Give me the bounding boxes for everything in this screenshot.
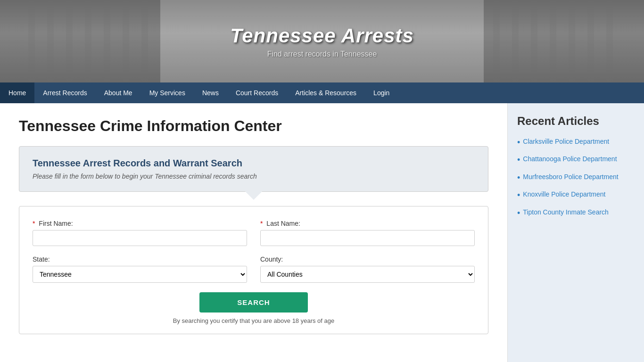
last-name-label: * Last Name: [260,220,475,227]
form-disclaimer: By searching you certify that you are ab… [33,317,475,324]
svg-rect-5 [85,0,91,82]
first-name-label: * First Name: [33,220,247,227]
svg-rect-8 [141,0,148,82]
sidebar: Recent Articles • Clarksville Police Dep… [507,103,644,362]
search-form-container: * First Name: * Last Name: State: [19,206,488,334]
svg-rect-6 [104,0,110,82]
svg-rect-11 [531,0,537,82]
svg-rect-14 [587,0,594,82]
list-item: • Tipton County Inmate Search [517,208,635,219]
svg-rect-0 [0,0,160,82]
recent-articles-list: • Clarksville Police Department • Chatta… [517,137,635,219]
nav-my-services[interactable]: My Services [141,82,194,103]
first-name-label-text: First Name: [39,220,73,227]
nav-articles-resources[interactable]: Articles & Resources [287,82,365,103]
last-name-required-star: * [260,220,263,227]
bullet-icon: • [517,208,520,219]
search-button[interactable]: SEARCH [199,292,307,313]
sidebar-link-tipton[interactable]: Tipton County Inmate Search [523,208,609,217]
site-header: Tennessee Arrests Find arrest records in… [0,0,644,82]
state-label: State: [33,255,247,263]
svg-rect-3 [47,0,54,82]
state-select[interactable]: Tennessee [33,266,247,283]
form-row-location: State: Tennessee County: All Counties [33,255,475,283]
header-content: Tennessee Arrests Find arrest records in… [230,25,414,58]
svg-rect-10 [512,0,519,82]
list-item: • Clarksville Police Department [517,137,635,148]
nav-login[interactable]: Login [365,82,398,103]
first-name-input[interactable] [33,230,247,246]
search-box-subtitle: Please fill in the form below to begin y… [33,173,475,180]
list-item: • Murfreesboro Police Department [517,173,635,183]
county-group: County: All Counties [260,255,475,283]
state-group: State: Tennessee [33,255,247,283]
last-name-group: * Last Name: [260,220,475,246]
sidebar-link-clarksville[interactable]: Clarksville Police Department [523,137,609,147]
last-name-input[interactable] [260,230,475,246]
bullet-icon: • [517,155,520,165]
county-select[interactable]: All Counties [260,266,475,283]
svg-rect-12 [550,0,556,82]
bullet-icon: • [517,173,520,183]
sidebar-link-knoxville[interactable]: Knoxville Police Department [523,190,605,199]
nav-about-me[interactable]: About Me [96,82,141,103]
content-area: Tennessee Crime Information Center Tenne… [0,103,507,362]
bullet-icon: • [517,190,520,201]
county-label: County: [260,255,475,263]
svg-rect-1 [484,0,644,82]
first-name-required-star: * [33,220,35,227]
svg-rect-7 [123,0,129,82]
sidebar-link-murfreesboro[interactable]: Murfreesboro Police Department [523,173,618,182]
list-item: • Chattanooga Police Department [517,155,635,165]
svg-rect-15 [606,0,613,82]
main-navigation: Home Arrest Records About Me My Services… [0,82,644,103]
bullet-icon: • [517,137,520,148]
form-row-names: * First Name: * Last Name: [33,220,475,246]
sidebar-title: Recent Articles [517,115,635,128]
svg-rect-4 [66,0,73,82]
last-name-label-text: Last Name: [266,220,300,227]
sidebar-link-chattanooga[interactable]: Chattanooga Police Department [523,155,617,164]
search-description-box: Tennessee Arrest Records and Warrant Sea… [19,146,488,192]
search-box-title: Tennessee Arrest Records and Warrant Sea… [33,158,475,169]
nav-news[interactable]: News [194,82,227,103]
nav-home[interactable]: Home [0,82,34,103]
list-item: • Knoxville Police Department [517,190,635,201]
main-layout: Tennessee Crime Information Center Tenne… [0,103,644,362]
nav-court-records[interactable]: Court Records [227,82,287,103]
svg-rect-2 [28,0,35,82]
svg-rect-9 [493,0,500,82]
site-subtitle: Find arrest records in Tennessee [230,50,414,58]
nav-arrest-records[interactable]: Arrest Records [34,82,95,103]
svg-rect-13 [569,0,575,82]
page-title: Tennessee Crime Information Center [19,117,488,135]
site-title: Tennessee Arrests [230,25,414,47]
first-name-group: * First Name: [33,220,247,246]
